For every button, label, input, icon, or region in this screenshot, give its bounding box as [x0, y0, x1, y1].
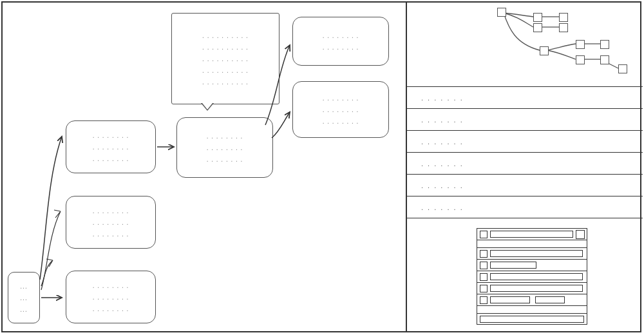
node-line: . . . . . . . . — [93, 219, 129, 226]
app-frame: ... ... ... . . . . . . . . . . . . . . … — [1, 1, 641, 332]
list-item[interactable]: . . . . . . . — [407, 86, 643, 108]
table-row[interactable] — [477, 294, 587, 306]
flow-canvas: ... ... ... . . . . . . . . . . . . . . … — [3, 3, 406, 331]
popup-tail-icon — [201, 103, 214, 111]
popup-line: . . . . . . . . . . — [202, 55, 249, 62]
list-label: . . . . . . . — [421, 94, 464, 102]
node-line: . . . . . . . . — [207, 133, 243, 140]
row-bar — [535, 296, 565, 303]
list-item[interactable]: . . . . . . . — [407, 108, 643, 130]
node-line: . . . . . . . . — [93, 305, 129, 312]
popup-line: . . . . . . . . . . — [202, 32, 249, 39]
tree-node[interactable] — [533, 13, 542, 22]
node-line: . . . . . . . . — [323, 44, 359, 51]
flow-node-center[interactable]: . . . . . . . . . . . . . . . . . . . . … — [176, 117, 273, 178]
row-bar — [490, 273, 583, 280]
tree-minimap[interactable] — [407, 3, 643, 86]
node-line: . . . . . . . . — [93, 282, 129, 289]
flow-node-b[interactable]: . . . . . . . . . . . . . . . . . . . . … — [66, 196, 156, 249]
node-line: . . . . . . . . — [323, 95, 359, 102]
row-bar — [490, 250, 583, 257]
list-label: . . . . . . . — [421, 138, 464, 146]
table-widget[interactable] — [477, 228, 587, 325]
list-label: . . . . . . . — [421, 204, 464, 211]
popup-line: . . . . . . . . . . — [202, 44, 249, 51]
tree-node[interactable] — [600, 55, 609, 64]
checkbox-icon[interactable] — [480, 273, 488, 281]
row-bar — [490, 296, 530, 303]
tree-node[interactable] — [540, 46, 549, 55]
list-item[interactable]: . . . . . . . — [407, 174, 643, 196]
list-item[interactable]: . . . . . . . — [407, 196, 643, 218]
list-item[interactable]: . . . . . . . — [407, 130, 643, 152]
checkbox-icon[interactable] — [480, 231, 488, 238]
checkbox-icon[interactable] — [480, 285, 488, 292]
flow-node-top[interactable]: . . . . . . . . . . . . . . . . — [292, 17, 389, 66]
list-label: . . . . . . . — [421, 160, 464, 168]
node-line: ... — [20, 306, 27, 313]
flow-node-root[interactable]: ... ... ... — [8, 272, 40, 323]
flow-node-c[interactable]: . . . . . . . . . . . . . . . . . . . . … — [66, 271, 156, 323]
footer-bar — [480, 316, 584, 323]
node-line: . . . . . . . . — [93, 155, 129, 162]
node-line: . . . . . . . . — [323, 106, 359, 113]
checkbox-icon[interactable] — [480, 296, 488, 304]
node-line: . . . . . . . . — [207, 144, 243, 151]
list-item[interactable]: . . . . . . . — [407, 152, 643, 174]
table-row[interactable] — [477, 271, 587, 283]
node-line: . . . . . . . . — [93, 294, 129, 301]
table-footer — [477, 314, 587, 324]
table-spacer — [477, 240, 587, 248]
tree-node[interactable] — [600, 40, 609, 49]
flow-popup[interactable]: . . . . . . . . . . . . . . . . . . . . … — [171, 13, 279, 104]
table-header — [477, 229, 587, 240]
node-line: . . . . . . . . — [207, 156, 243, 163]
node-line: . . . . . . . . — [323, 32, 359, 39]
table-row[interactable] — [477, 248, 587, 260]
node-line: . . . . . . . . — [93, 231, 129, 238]
tree-node[interactable] — [576, 55, 585, 64]
table-spacer — [477, 306, 587, 314]
flow-node-bottom[interactable]: . . . . . . . . . . . . . . . . . . . . … — [292, 81, 389, 138]
tree-node[interactable] — [497, 8, 506, 17]
node-line: ... — [20, 283, 27, 290]
right-panel: . . . . . . . . . . . . . . . . . . . . … — [407, 3, 643, 331]
checkbox-icon[interactable] — [480, 262, 488, 269]
header-cell — [490, 231, 573, 238]
list-label: . . . . . . . — [421, 182, 464, 189]
list-label: . . . . . . . — [421, 116, 464, 124]
tree-node[interactable] — [559, 23, 568, 32]
node-line: . . . . . . . . — [93, 132, 129, 139]
node-line: . . . . . . . . — [93, 144, 129, 151]
checkbox-icon[interactable] — [480, 250, 488, 258]
node-line: . . . . . . . . — [323, 118, 359, 125]
popup-line: . . . . . . . . . . — [202, 79, 249, 86]
header-end-icon — [576, 230, 585, 239]
tree-node[interactable] — [576, 40, 585, 49]
table-row[interactable] — [477, 260, 587, 271]
flow-node-a[interactable]: . . . . . . . . . . . . . . . . . . . . … — [66, 120, 156, 173]
popup-line: . . . . . . . . . . — [202, 67, 249, 74]
table-row[interactable] — [477, 283, 587, 294]
node-line: ... — [20, 294, 27, 302]
node-line: . . . . . . . . — [93, 207, 129, 215]
tree-node[interactable] — [618, 64, 627, 73]
row-bar — [490, 285, 583, 292]
tree-node[interactable] — [559, 13, 568, 22]
tree-node[interactable] — [533, 23, 542, 32]
row-bar — [490, 262, 536, 269]
panel-divider — [407, 218, 643, 218]
